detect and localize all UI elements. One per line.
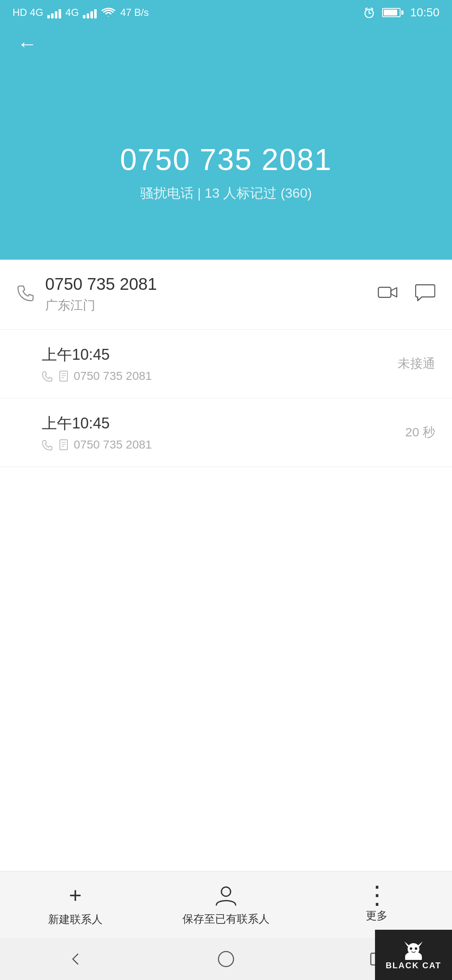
status-right: 10:50	[363, 6, 439, 19]
contact-info: 0750 735 2081 广东江门	[45, 275, 378, 314]
black-cat-icon	[401, 940, 426, 961]
call-number-2: 0750 735 2081	[74, 438, 152, 451]
call-number-1: 0750 735 2081	[74, 369, 152, 383]
call-log-info-2: 上午10:45 0750 735 2081	[42, 413, 152, 451]
signal-label-2: 4G	[65, 7, 79, 18]
nav-home-icon	[217, 950, 235, 968]
signal-icon-1	[47, 7, 61, 18]
svg-point-19	[415, 947, 417, 950]
contact-actions	[378, 283, 435, 306]
signal-icon-2	[83, 7, 97, 18]
battery-indicator	[382, 8, 403, 17]
nav-back-button[interactable]	[59, 946, 92, 972]
call-log-row-2: 上午10:45 0750 735 2081 20 秒	[0, 398, 452, 467]
phone-icon	[17, 284, 35, 306]
add-icon: +	[69, 883, 82, 908]
call-log-info-1: 上午10:45 0750 735 2081	[42, 345, 152, 383]
svg-rect-5	[378, 287, 391, 297]
contact-number: 0750 735 2081	[45, 275, 378, 294]
status-bar: HD 4G 4G 47 B/s	[0, 0, 452, 25]
black-cat-watermark: BLACK CAT	[375, 930, 452, 980]
svg-point-18	[410, 947, 412, 950]
call-time-2: 上午10:45	[42, 413, 152, 434]
svg-point-14	[221, 887, 231, 896]
call-status-2: 20 秒	[405, 424, 435, 441]
phone-display: 0750 735 2081 骚扰电话 | 13 人标记过 (360)	[0, 142, 452, 203]
alarm-icon	[363, 6, 375, 19]
signal-label-1: HD 4G	[13, 7, 43, 18]
phone-subtitle: 骚扰电话 | 13 人标记过 (360)	[0, 184, 452, 203]
save-contact-button[interactable]: 保存至已有联系人	[151, 883, 301, 926]
message-icon[interactable]	[415, 283, 435, 306]
contact-location: 广东江门	[45, 297, 378, 314]
more-button[interactable]: ⋮ 更多	[301, 887, 452, 923]
header-area: ← 0750 735 2081 骚扰电话 | 13 人标记过 (360)	[0, 0, 452, 260]
call-detail-1: 0750 735 2081	[42, 369, 152, 383]
save-contact-icon	[214, 883, 238, 908]
svg-line-3	[365, 8, 367, 9]
video-call-icon[interactable]	[378, 284, 398, 305]
call-status-1: 未接通	[398, 355, 435, 372]
call-time-1: 上午10:45	[42, 345, 152, 365]
back-button[interactable]: ←	[13, 29, 42, 59]
svg-rect-6	[60, 371, 67, 381]
phone-number-large: 0750 735 2081	[0, 142, 452, 177]
bottom-bar: + 新建联系人 保存至已有联系人 ⋮ 更多	[0, 871, 452, 938]
call-detail-2: 0750 735 2081	[42, 438, 152, 451]
new-contact-button[interactable]: + 新建联系人	[0, 883, 151, 927]
back-arrow-icon: ←	[17, 34, 37, 54]
svg-rect-10	[60, 440, 67, 450]
network-speed: 47 B/s	[120, 7, 149, 18]
svg-line-4	[371, 8, 373, 9]
content-area: 0750 735 2081 广东江门 上午10:45	[0, 260, 452, 888]
nav-home-button[interactable]	[209, 946, 243, 972]
contact-row: 0750 735 2081 广东江门	[0, 260, 452, 330]
call-log-row-1: 上午10:45 0750 735 2081 未接通	[0, 330, 452, 398]
status-time[interactable]: 10:50	[410, 6, 439, 19]
nav-back-icon	[66, 950, 85, 968]
svg-point-15	[218, 952, 234, 967]
save-contact-label: 保存至已有联系人	[182, 912, 270, 926]
more-label: 更多	[366, 908, 388, 923]
more-icon: ⋮	[365, 887, 389, 904]
black-cat-text: BLACK CAT	[385, 961, 441, 970]
wifi-icon	[101, 7, 116, 18]
svg-point-17	[408, 943, 419, 955]
new-contact-label: 新建联系人	[48, 912, 103, 927]
status-left: HD 4G 4G 47 B/s	[13, 7, 149, 18]
